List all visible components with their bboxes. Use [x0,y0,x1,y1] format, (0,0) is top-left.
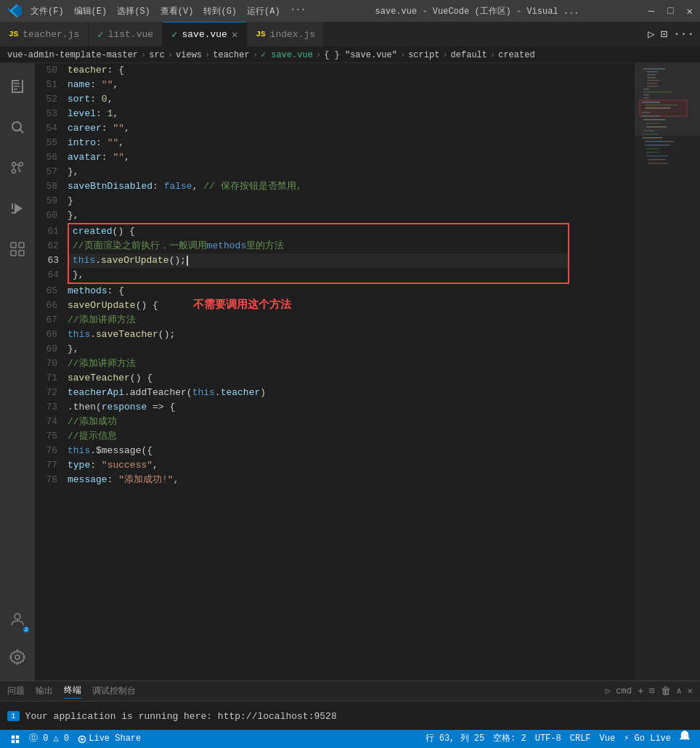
activity-accounts[interactable]: 2 [0,602,35,637]
svg-rect-38 [643,119,665,121]
close-btn[interactable]: ✕ [687,5,693,17]
red-box-region: 61 created() { 62 //页面渲染之前执行，一般调用methods… [68,223,569,284]
terminal-chevron-up[interactable]: ∧ [677,686,682,696]
svg-point-7 [12,122,21,131]
status-spaces[interactable]: 空格: 2 [489,730,531,748]
annotation-text: 不需要调用这个方法 [193,299,291,312]
breadcrumb-item-4[interactable]: ✓ save.vue [261,49,313,60]
status-errors[interactable]: ⓪ 0 △ 0 [25,730,73,748]
svg-rect-29 [643,92,672,93]
activity-source-control[interactable] [0,150,35,185]
status-line-ending[interactable]: CRLF [566,730,595,748]
menu-run[interactable]: 运行(A) [247,5,280,17]
code-line-70: 70 //添加讲师方法 [35,357,635,371]
terminal-trash-btn[interactable]: 🗑 [661,686,671,697]
breadcrumb-item-6[interactable]: script [408,50,439,60]
menu-view[interactable]: 查看(V) [160,5,194,17]
menu-select[interactable]: 选择(S) [117,5,150,17]
code-line-67: 67 //添加讲师方法 [35,313,635,328]
tab-close-save-vue[interactable]: ✕ [232,28,237,41]
svg-rect-18 [19,251,24,256]
title-bar-left: 文件(F) 编辑(E) 选择(S) 查看(V) 转到(G) 运行(A) ··· [7,4,306,18]
status-bar-left: ⓪ 0 △ 0 Live Share [6,730,145,748]
code-line-51: 51 name: "", [35,78,635,92]
tab-save-vue[interactable]: ✓ save.vue ✕ [163,22,247,46]
terminal-tab-terminal[interactable]: 终端 [64,684,81,699]
line-num-74: 74 [35,415,68,429]
line-num-56: 56 [35,150,68,165]
line-code-58: saveBtnDisabled: false, // 保存按钮是否禁用, [68,179,635,194]
breadcrumb-item-3[interactable]: teacher [213,50,249,60]
breadcrumb-item-2[interactable]: views [176,50,202,60]
line-code-60: }, [68,208,635,223]
line-code-59: } [68,194,635,208]
activity-explorer[interactable] [0,69,35,104]
terminal-tab-problems[interactable]: 问题 [7,685,25,697]
line-num-55: 55 [35,136,68,150]
status-bar: ⓪ 0 △ 0 Live Share 行 63, 列 25 空格: 2 UTF-… [0,730,700,748]
svg-rect-21 [643,68,665,70]
breadcrumb-item-7[interactable]: default [451,50,487,60]
menu-edit[interactable]: 编辑(E) [74,5,107,17]
code-line-64: 64 }, [69,268,568,282]
breadcrumb-item-8[interactable]: created [498,50,534,60]
svg-rect-26 [647,83,657,84]
status-remote-btn[interactable] [6,730,25,748]
code-line-56: 56 avatar: "", [35,150,635,165]
code-line-66: 66 saveOrUpdate() { 不需要调用这个方法 [35,298,635,313]
maximize-btn[interactable]: □ [667,5,673,17]
breadcrumb-sep-7: › [490,50,495,60]
terminal-split-btn[interactable]: ⊡ [649,686,654,696]
terminal-tab-output[interactable]: 输出 [36,685,53,697]
tab-list-vue[interactable]: ✓ list.vue [89,22,163,46]
line-num-71: 71 [35,371,68,386]
line-code-52: sort: 0, [68,92,635,107]
status-liveshare[interactable]: Live Share [73,730,145,748]
breadcrumb-item-5[interactable]: { } "save.vue" [324,50,397,60]
code-line-78: 78 message: "添加成功!", [35,473,635,487]
tab-label-index-js: index.js [270,29,315,40]
code-editor[interactable]: 50 teacher: { 51 name: "", 52 sort: 0, 5… [35,63,635,680]
terminal-content-area[interactable]: 1 Your application is running here: http… [0,702,700,731]
status-position[interactable]: 行 63, 列 25 [421,730,489,748]
terminal-text: Your application is running here: http:/… [25,711,337,722]
menu-more[interactable]: ··· [290,5,306,17]
status-notifications-btn[interactable] [675,730,694,748]
line-num-50: 50 [35,63,68,78]
activity-run[interactable] [0,191,35,226]
svg-rect-34 [645,105,677,106]
editor-panel: 50 teacher: { 51 name: "", 52 sort: 0, 5… [35,63,700,680]
title-bar: 文件(F) 编辑(E) 选择(S) 查看(V) 转到(G) 运行(A) ··· … [0,0,700,22]
more-actions-btn[interactable]: ··· [673,28,694,41]
status-golive[interactable]: ⚡ Go Live [619,730,675,748]
status-language[interactable]: Vue [595,730,620,748]
terminal-new-btn[interactable]: ▷ cmd [606,686,632,696]
menu-file[interactable]: 文件(F) [30,5,64,17]
status-encoding[interactable]: UTF-8 [531,730,566,748]
terminal-close[interactable]: ✕ [688,686,693,696]
breadcrumb-item-1[interactable]: src [149,50,165,60]
activity-extensions[interactable] [0,232,35,267]
line-num-58: 58 [35,179,68,194]
code-line-61: 61 created() { [69,224,568,239]
activity-search[interactable] [0,110,35,145]
split-editor-btn[interactable]: ⊡ [661,27,668,41]
terminal-tab-debug[interactable]: 调试控制台 [92,685,136,697]
activity-settings[interactable] [0,640,35,675]
tab-icon-js: JS [9,30,18,38]
minimize-btn[interactable]: — [648,5,654,17]
tab-teacher-js[interactable]: JS teacher.js [0,22,89,46]
terminal-add-btn[interactable]: + [638,686,643,697]
code-line-55: 55 intro: "", [35,136,635,150]
line-code-67: //添加讲师方法 [68,313,635,328]
title-bar-menu[interactable]: 文件(F) 编辑(E) 选择(S) 查看(V) 转到(G) 运行(A) ··· [30,5,306,17]
menu-goto[interactable]: 转到(G) [203,5,237,17]
window-controls[interactable]: — □ ✕ [648,5,693,17]
code-line-53: 53 level: 1, [35,107,635,121]
breadcrumb-item-0[interactable]: vue-admin-template-master [7,50,138,60]
code-line-59: 59 } [35,194,635,208]
line-num-57: 57 [35,165,68,179]
run-btn[interactable]: ▷ [648,27,655,41]
svg-rect-24 [647,77,656,78]
tab-index-js[interactable]: JS index.js [247,22,325,46]
